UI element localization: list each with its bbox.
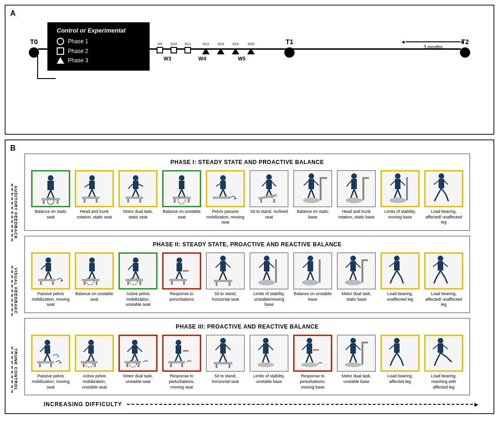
ex-p3-5-img (206, 335, 245, 372)
ex-p2-7-svg (296, 255, 329, 287)
svg-line-3 (51, 190, 54, 198)
ex-p3-3-img (118, 335, 158, 372)
svg-line-11 (92, 189, 95, 197)
node-S9: S9 (157, 42, 163, 53)
auditory-feedback-label: AUDITORY FEEDBACK (10, 180, 20, 245)
ex-p1-7-svg (296, 172, 329, 205)
svg-line-10 (89, 189, 92, 197)
svg-rect-192 (126, 363, 128, 367)
ex-p1-3-img (118, 170, 158, 207)
ex-p1-3: Motor dual task, static seat (118, 170, 158, 225)
trunk-control-label: TRUNK CONTROL (10, 337, 20, 402)
svg-point-132 (258, 280, 275, 285)
svg-point-166 (45, 340, 50, 345)
svg-point-134 (308, 256, 313, 261)
ex-p1-6-svg (253, 172, 285, 205)
S11-label: S11 (184, 42, 191, 46)
panel-a: A T0 S1 S2 S3 (5, 5, 494, 135)
ex-p1-2-label: Head and trunk rotation, static seat (75, 209, 114, 220)
svg-rect-106 (139, 281, 141, 285)
panel-b: B AUDITORY FEEDBACK VISUAL FEEDBAKC TRUN… (5, 139, 494, 414)
svg-line-170 (40, 347, 45, 352)
svg-rect-96 (84, 281, 85, 285)
svg-rect-201 (181, 363, 183, 367)
svg-point-74 (439, 173, 444, 179)
svg-marker-228 (313, 349, 314, 351)
ex-p3-7-svg (296, 337, 329, 369)
ex-p3-4: Response to perturbations, moving seat (161, 335, 202, 390)
ex-p3-6-img (250, 335, 289, 372)
svg-line-81 (434, 197, 437, 201)
ex-p1-8-label: Head and trunk rotation, static base (337, 209, 376, 220)
svg-point-66 (395, 173, 401, 179)
svg-point-63 (346, 198, 362, 203)
ex-p1-3-svg (122, 172, 154, 205)
svg-line-250 (440, 353, 447, 357)
visual-feedback-label: VISUAL FEEDBAKC (10, 258, 20, 323)
svg-point-176 (88, 340, 94, 345)
phase-3-exercises: Passive pelvis mobilization, moving seat (30, 335, 465, 390)
ex-p3-7: Response to perturbations, moving base (292, 335, 333, 390)
svg-line-208 (216, 345, 220, 350)
svg-point-204 (220, 338, 226, 343)
ex-p1-10-img (424, 170, 463, 207)
svg-point-139 (302, 280, 319, 285)
S10-shape (171, 47, 177, 53)
svg-rect-199 (168, 361, 185, 363)
svg-line-71 (401, 181, 405, 185)
svg-line-19 (136, 189, 139, 197)
ex-p1-3-label: Motor dual task, static seat (118, 209, 158, 220)
svg-rect-159 (438, 261, 443, 270)
ex-p3-5-label: Sit to stand, horizontal seat (206, 374, 245, 384)
svg-point-219 (257, 362, 274, 367)
ex-p2-6: Limits of stability, unstable/moving bas… (249, 252, 289, 308)
ex-p3-6: Limits of stability, unstable base (249, 335, 289, 390)
S9-shape (157, 47, 163, 53)
legend-phase2: Phase 2 (57, 47, 140, 55)
node-S10: S10 (171, 42, 177, 53)
ex-p1-9-img (381, 170, 420, 207)
difficulty-arrow-head (473, 400, 479, 408)
ex-p1-4-img (162, 170, 201, 207)
svg-point-58 (351, 173, 357, 179)
svg-rect-196 (176, 345, 181, 354)
phase-1-section: PHASE I: STEADY STATE AND PROACTIVE BALA… (24, 153, 470, 231)
phase-3-section: PHASE III: PROACTIVE AND REACTIVE BALANC… (24, 318, 470, 395)
ex-p2-8-svg (340, 255, 373, 287)
ex-p3-7-label: Response to perturbations, moving base (293, 374, 332, 390)
svg-point-82 (46, 257, 51, 263)
svg-rect-56 (320, 177, 322, 200)
S14-label: S14 (232, 42, 239, 46)
svg-rect-133 (275, 259, 277, 283)
svg-marker-174 (59, 362, 62, 363)
ex-p2-5: Sit to stand, horizontal seat (205, 252, 246, 308)
svg-rect-230 (350, 343, 356, 354)
node-S15: S15 (247, 42, 255, 54)
svg-line-12 (85, 184, 89, 187)
svg-line-209 (226, 345, 230, 350)
svg-line-252 (433, 345, 438, 349)
svg-line-20 (128, 184, 133, 189)
svg-line-120 (223, 271, 227, 280)
svg-rect-125 (229, 282, 230, 286)
ex-p1-6-img (250, 170, 289, 207)
ex-p2-5-img (206, 252, 245, 290)
svg-point-99 (133, 257, 138, 263)
ex-p1-6: Sit to stand, inclined seat (249, 170, 289, 225)
svg-rect-182 (83, 363, 85, 367)
ex-p2-5-svg (209, 255, 242, 287)
svg-rect-113 (171, 281, 173, 285)
svg-line-146 (346, 263, 350, 268)
svg-line-145 (353, 271, 356, 280)
panel-b-layout: AUDITORY FEEDBACK VISUAL FEEDBAKC TRUNK … (10, 150, 489, 408)
svg-rect-73 (406, 177, 408, 200)
S15-shape (247, 48, 255, 54)
svg-line-216 (266, 354, 269, 362)
phase-2-section: PHASE II: STEADY STATE, PROACTIVE AND RE… (24, 236, 470, 313)
ex-p3-6-label: Limits of stability, unstable base (250, 374, 289, 384)
svg-line-80 (444, 181, 448, 184)
T1-label: T1 (286, 38, 293, 46)
ex-p2-6-svg (253, 255, 285, 287)
ex-p3-10-label: Load bearing, reaching with affected leg (424, 374, 463, 390)
svg-line-198 (178, 354, 182, 362)
